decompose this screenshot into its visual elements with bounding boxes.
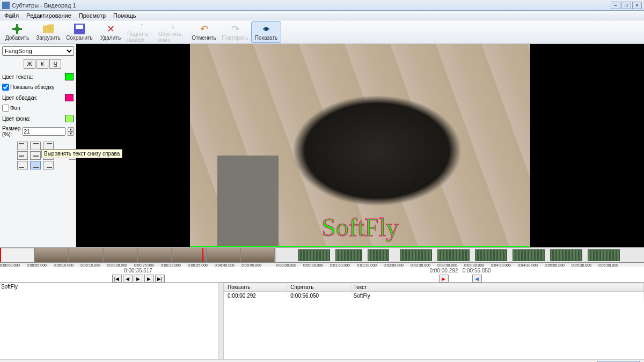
- undo-button[interactable]: Отменить: [189, 21, 219, 43]
- delete-button[interactable]: ✕Удалить: [96, 21, 126, 43]
- menu-edit[interactable]: Редактирование: [23, 11, 75, 20]
- menu-file[interactable]: Файл: [1, 11, 22, 20]
- eye-icon: [261, 24, 272, 34]
- video-frame: SoftFly: [190, 44, 530, 247]
- goto-start-button[interactable]: |◀: [112, 275, 122, 283]
- video-timeline[interactable]: 0:00:00.000 0:00:05.000 0:00:10.000 0:00…: [0, 248, 276, 267]
- text-color-label: Цвет текста:: [2, 74, 65, 80]
- toolbar: Добавить Загрузить Сохранить ✕Удалить По…: [0, 20, 644, 44]
- outline-color-swatch[interactable]: [65, 94, 74, 101]
- list-item[interactable]: SoftFly: [1, 284, 222, 290]
- step-back-button[interactable]: ◀: [123, 275, 133, 283]
- sidebar: FangSong Ж К Ч Цвет текста: Показать обв…: [0, 44, 76, 247]
- redo-button: Повторить: [220, 21, 250, 43]
- timeline-thumb[interactable]: [206, 248, 240, 264]
- maximize-button[interactable]: □: [621, 2, 631, 9]
- bg-color-label: Цвет фона:: [2, 116, 65, 122]
- timeline-thumb[interactable]: [0, 248, 34, 264]
- bg-color-swatch[interactable]: [65, 115, 74, 122]
- menubar: Файл Редактирование Просмотр Помощь: [0, 11, 644, 20]
- align-bot-right[interactable]: [43, 161, 54, 169]
- app-icon: [2, 2, 10, 9]
- load-button[interactable]: Загрузить: [33, 21, 63, 43]
- subtitle-overlay: SoftFly: [321, 212, 399, 242]
- move-up-button: Поднять наверх: [127, 21, 157, 43]
- minimize-button[interactable]: –: [611, 2, 620, 9]
- tooltip: Выровнять текст снизу справа: [41, 149, 122, 158]
- delete-icon: ✕: [105, 24, 116, 34]
- audio-clip[interactable]: [513, 249, 545, 261]
- save-icon: [74, 24, 85, 34]
- align-mid-center[interactable]: [30, 151, 41, 160]
- window-title: Субтитры - Видеоряд 1: [12, 2, 76, 9]
- show-outline-checkbox[interactable]: [2, 84, 9, 91]
- timeline-thumb[interactable]: [172, 248, 206, 264]
- subtitle-list[interactable]: SoftFly: [0, 283, 224, 359]
- audio-clip[interactable]: [335, 249, 362, 261]
- audio-clip[interactable]: [400, 249, 432, 261]
- audio-ruler: 0:00:00.000 0:00:30.000 0:01:00.000 0:01…: [276, 262, 644, 267]
- move-down-button: Опустить вниз: [158, 21, 188, 43]
- play-button[interactable]: ▶: [134, 275, 143, 283]
- col-text[interactable]: Текст: [350, 283, 643, 292]
- subtitle-table: Показать Спрятать Текст 0:00:00.292 0:00…: [224, 283, 644, 359]
- titlebar: Субтитры - Видеоряд 1 – □ ×: [0, 0, 644, 11]
- show-outline-label: Показать обводку: [10, 84, 74, 90]
- preview-area: SoftFly: [76, 44, 644, 247]
- bg-label: Фон: [10, 105, 74, 111]
- window-buttons: – □ ×: [611, 2, 642, 9]
- timeline-thumb[interactable]: [137, 248, 172, 264]
- size-input[interactable]: [23, 127, 65, 136]
- close-button[interactable]: ×: [632, 2, 642, 9]
- timeline-thumb[interactable]: [69, 248, 103, 264]
- add-button[interactable]: Добавить: [2, 21, 32, 43]
- audio-timeline[interactable]: 0:00:00.000 0:00:30.000 0:01:00.000 0:01…: [276, 248, 644, 267]
- align-bot-center[interactable]: [30, 161, 41, 169]
- timeline-thumb[interactable]: [103, 248, 137, 264]
- scrollbar[interactable]: [218, 283, 223, 359]
- align-mid-left[interactable]: [17, 151, 28, 160]
- audio-clip[interactable]: [298, 249, 330, 261]
- step-fwd-button[interactable]: ▶: [144, 275, 154, 283]
- align-bot-left[interactable]: [17, 161, 28, 169]
- audio-clip[interactable]: [368, 249, 389, 261]
- underline-button[interactable]: Ч: [49, 59, 61, 69]
- align-top-left[interactable]: [17, 142, 28, 150]
- align-top-center[interactable]: [30, 142, 41, 150]
- video-ruler: 0:00:00.000 0:00:05.000 0:00:10.000 0:00…: [0, 262, 276, 267]
- audio-clip[interactable]: [437, 249, 470, 261]
- bg-checkbox[interactable]: [2, 105, 9, 112]
- table-row[interactable]: 0:00:00.292 0:00:56.050 SoftFly: [224, 292, 644, 300]
- size-label: Размер (%):: [2, 125, 20, 137]
- plus-icon: [12, 24, 23, 34]
- col-hide[interactable]: Спрятать: [287, 283, 350, 292]
- audio-clip[interactable]: [550, 249, 582, 261]
- menu-help[interactable]: Помощь: [110, 11, 140, 20]
- font-select[interactable]: FangSong: [2, 46, 74, 56]
- outline-color-label: Цвет обводки:: [2, 95, 65, 101]
- save-button[interactable]: Сохранить: [64, 21, 94, 43]
- timeline-thumb[interactable]: [240, 248, 275, 264]
- goto-end-button[interactable]: ▶|: [155, 275, 165, 283]
- timeline-thumb[interactable]: [34, 248, 69, 264]
- folder-icon: [43, 24, 54, 34]
- video-time: 0:00:35.517: [2, 268, 274, 274]
- audio-clip[interactable]: [475, 249, 507, 261]
- range-time: 0:00:00.292 0:00:56.050: [279, 268, 642, 274]
- menu-view[interactable]: Просмотр: [76, 11, 109, 20]
- italic-button[interactable]: К: [36, 59, 48, 69]
- show-button[interactable]: Показать: [251, 21, 281, 43]
- text-color-swatch[interactable]: [65, 73, 74, 80]
- stop-range-button[interactable]: ◀: [472, 275, 482, 283]
- arrow-up-icon: [136, 21, 147, 31]
- bold-button[interactable]: Ж: [24, 59, 35, 69]
- arrow-down-icon: [167, 21, 178, 31]
- footer: Применить: [0, 359, 644, 362]
- undo-icon: [199, 24, 209, 34]
- size-spin-up[interactable]: ▲: [68, 127, 74, 131]
- col-show[interactable]: Показать: [224, 283, 287, 292]
- audio-clip[interactable]: [588, 249, 620, 261]
- play-range-button[interactable]: ▶: [439, 275, 449, 283]
- size-spin-down[interactable]: ▼: [68, 131, 74, 136]
- redo-icon: [230, 24, 240, 34]
